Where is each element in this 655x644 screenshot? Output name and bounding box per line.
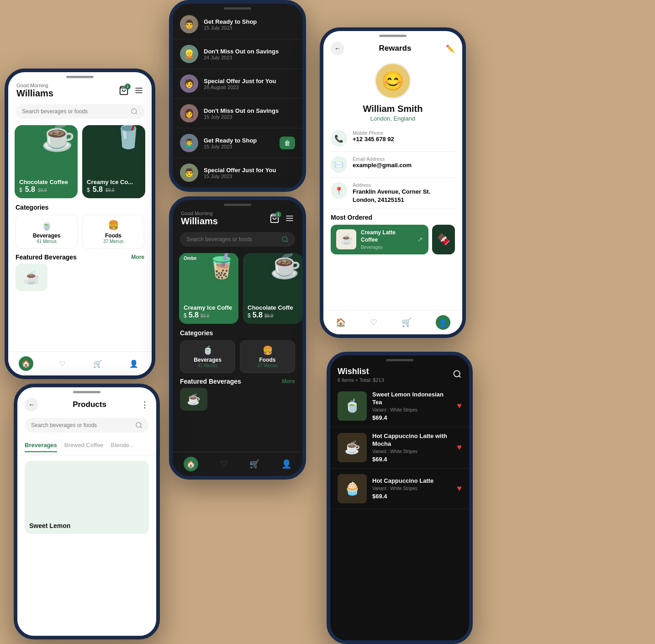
category-beverages[interactable]: 🍵 Beverages 41 Menus — [16, 215, 78, 249]
notif6-title: Special Offer Just for You — [204, 167, 295, 174]
most-ordered-card-1[interactable]: ☕ Creamy LatteCoffee Beverages ↗ — [331, 225, 428, 254]
category1-name: Beverages — [33, 232, 61, 239]
search-bar[interactable] — [16, 104, 144, 119]
cat1-count-dark: 41 Menus — [198, 363, 218, 368]
beverages-icon: 🍵 — [41, 220, 53, 231]
nav-cart-rewards[interactable]: 🛒 — [401, 317, 412, 327]
menu-icon-dark[interactable] — [285, 214, 294, 225]
svg-line-15 — [459, 375, 461, 377]
profile-name: William Smith — [331, 104, 455, 114]
nav-wishlist[interactable]: ♡ — [55, 356, 69, 371]
notif-item-2[interactable]: 👱 Don't Miss Out on Savings 24 July 2023 — [173, 39, 302, 69]
product-card-1[interactable]: ☕ Chocolate Coffee $ 5.8 $9.9 — [15, 125, 78, 198]
external-link-icon[interactable]: ↗ — [417, 236, 423, 243]
phone-products: ← Products ⋮ Breverages Brewed Coffee Bl… — [14, 384, 160, 639]
products-search-bar[interactable] — [25, 418, 149, 433]
product1-old-price: $9.9 — [38, 188, 47, 193]
category1-count: 41 Menus — [37, 239, 57, 244]
product1-name: Chocolate Coffee — [19, 179, 68, 185]
search-bar-dark[interactable] — [180, 232, 295, 247]
most-ordered-name: Creamy LatteCoffee — [361, 229, 413, 243]
address-value: Franklin Avenue, Corner St.London, 24125… — [353, 188, 430, 204]
bottom-nav: 🏠 ♡ 🛒 👤 — [8, 351, 152, 375]
featured-header-dark: Featured Beverages More — [173, 375, 302, 388]
wishlist-search-icon[interactable] — [453, 370, 462, 380]
notif2-title: Don't Miss Out on Savings — [204, 48, 295, 55]
wishlist-item1-variant: Variant : White Stripes — [372, 407, 451, 412]
wishlist-item3-price: $69.4 — [372, 493, 451, 500]
search-input[interactable] — [22, 108, 131, 115]
mobile-label: Mobile Phone — [353, 130, 394, 136]
wishlist-item3-variant: Variant : White Stripes — [372, 486, 451, 491]
wishlist-heart-1[interactable]: ♥ — [457, 401, 462, 411]
nav-cart[interactable]: 🛒 — [90, 356, 105, 371]
notifications-list: 👨 Get Ready to Shop 15 July 2023 👱 Don't… — [173, 10, 302, 188]
mobile-row: 📞 Mobile Phone +12 345 678 92 — [331, 126, 455, 152]
nav-cart-dark[interactable]: 🛒 — [249, 459, 259, 469]
product-dark1-old: $9.9 — [201, 313, 209, 318]
wishlist-item-1[interactable]: 🍵 Sweet Lemon Indonesian Tea Variant : W… — [330, 385, 469, 427]
category-foods[interactable]: 🍔 Foods 37 Menus — [82, 215, 144, 249]
tab-blended[interactable]: Blende... — [111, 439, 134, 452]
tab-brewed[interactable]: Brewed Coffee — [64, 439, 104, 452]
product-card-2[interactable]: 🥤 Creamy Ice Co... $ 5.8 $9.9 — [82, 125, 145, 198]
nav-home[interactable]: 🏠 — [19, 356, 33, 371]
delete-button-5[interactable]: 🗑 — [280, 137, 295, 149]
back-button-products[interactable]: ← — [25, 398, 38, 412]
phone-icon: 📞 — [331, 130, 347, 147]
notif5-title: Get Ready to Shop — [204, 137, 274, 144]
address-label: Address — [353, 182, 430, 188]
nav-home-rewards[interactable]: 🏠 — [336, 317, 346, 327]
notif5-date: 15 July 2023 — [204, 144, 274, 149]
phone-home-dark: Good Morning Williams 1 Ombe 🧋 — [169, 196, 306, 480]
wishlist-list: 🍵 Sweet Lemon Indonesian Tea Variant : W… — [330, 385, 469, 509]
email-icon: ✉️ — [331, 156, 347, 173]
notif-item-6[interactable]: 👨 Special Offer Just for You 15 July 202… — [173, 158, 302, 188]
wishlist-total: Total: $213 — [359, 377, 384, 383]
product-dark2-name: Chocolate Coffe — [248, 304, 293, 311]
notif1-title: Get Ready to Shop — [204, 18, 295, 25]
wishlist-heart-3[interactable]: ♥ — [457, 484, 462, 493]
notif2-date: 24 July 2023 — [204, 55, 295, 60]
wishlist-heart-2[interactable]: ♥ — [457, 443, 462, 452]
wishlist-item-2[interactable]: ☕ Hot Cappuccino Latte with Mocha Varian… — [330, 427, 469, 469]
phone-rewards: ← Rewards ✏️ 😊 William Smith London, Eng… — [320, 27, 466, 338]
nav-wishlist-rewards[interactable]: ♡ — [370, 317, 377, 327]
nav-home-dark[interactable]: 🏠 — [184, 457, 198, 471]
search-input-dark[interactable] — [186, 236, 281, 243]
back-button[interactable]: ← — [331, 42, 344, 55]
product1-currency: $ — [19, 187, 22, 193]
nav-profile-dark[interactable]: 👤 — [281, 459, 291, 469]
more-button-dark[interactable]: More — [282, 378, 295, 385]
cart-icon-dark[interactable]: 1 — [269, 213, 280, 225]
nav-profile[interactable]: 👤 — [127, 356, 141, 371]
address-row: 📍 Address Franklin Avenue, Corner St.Lon… — [331, 178, 455, 209]
notif-item-1[interactable]: 👨 Get Ready to Shop 15 July 2023 — [173, 10, 302, 39]
menu-icon[interactable] — [134, 86, 143, 97]
notif4-title: Don't Miss Out on Savings — [204, 107, 295, 114]
product-card-dark-1[interactable]: Ombe 🧋 Creamy Ice Coffe $ 5.8 $9.9 — [179, 253, 238, 324]
notif1-date: 15 July 2023 — [204, 25, 295, 31]
more-options-icon[interactable]: ⋮ — [141, 400, 149, 410]
wishlist-title: Wishlist — [338, 367, 384, 376]
svg-line-5 — [136, 113, 137, 114]
notif-item-5[interactable]: 👨‍🦱 Get Ready to Shop 15 July 2023 🗑 — [173, 128, 302, 158]
tab-breverages[interactable]: Breverages — [25, 439, 57, 452]
cart-icon[interactable]: 1 — [119, 85, 129, 97]
featured-label: Featured Beverages — [16, 253, 77, 261]
wishlist-item-3[interactable]: 🧁 Hot Cappuccino Latte Variant : White S… — [330, 469, 469, 509]
more-button[interactable]: More — [131, 254, 144, 260]
wishlist-count: 6 Items — [338, 377, 354, 383]
edit-icon[interactable]: ✏️ — [446, 44, 455, 53]
category2-name: Foods — [105, 232, 121, 239]
category-foods-dark[interactable]: 🍔 Foods 37 Menus — [240, 340, 295, 373]
products-search-input[interactable] — [31, 422, 135, 428]
nav-profile-rewards[interactable]: 👤 — [436, 315, 450, 330]
search-icon — [131, 108, 138, 115]
category-beverages-dark[interactable]: 🍵 Beverages 41 Menus — [180, 340, 235, 373]
product-card-dark-2[interactable]: ☕ Chocolate Coffe $ 5.8 $9.9 — [243, 253, 302, 324]
notif-item-4[interactable]: 👩 Don't Miss Out on Savings 15 July 2023 — [173, 99, 302, 128]
nav-wishlist-dark[interactable]: ♡ — [220, 459, 227, 469]
notif-item-3[interactable]: 🧑 Special Offer Just for You 28 August 2… — [173, 69, 302, 99]
mobile-value: +12 345 678 92 — [353, 136, 394, 143]
